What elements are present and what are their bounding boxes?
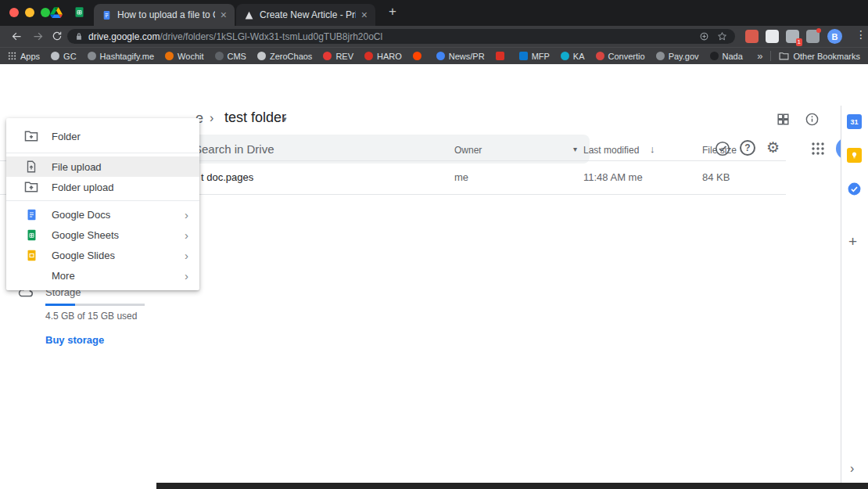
drive-search-bar[interactable]: ▾ (156, 135, 590, 164)
menu-item-more[interactable]: More › (6, 265, 199, 286)
bookmark-item[interactable]: REV (323, 52, 353, 61)
other-bookmarks-button[interactable]: Other Bookmarks (779, 52, 860, 61)
menu-item-label: File upload (52, 161, 188, 173)
settings-gear-icon[interactable]: ⚙ (766, 138, 780, 156)
lock-icon (75, 32, 83, 41)
favicon (656, 52, 665, 60)
help-icon[interactable]: ? (740, 140, 755, 156)
browser-tab[interactable]: Create New Article - Prism × (236, 4, 375, 26)
bookmark-item[interactable]: Hashtagify.me (88, 52, 155, 61)
mail-favicon (496, 52, 504, 60)
grid-view-toggle-icon[interactable] (776, 112, 791, 127)
extension-icon-4[interactable] (806, 30, 820, 43)
bookmark-label: ZeroChaos (270, 52, 312, 61)
breadcrumb-separator-icon: › (210, 111, 213, 125)
bookmark-item[interactable]: Convertio (596, 52, 645, 61)
menu-item-label: Folder (52, 131, 188, 142)
sort-direction-icon[interactable]: ↓ (650, 143, 655, 155)
back-button[interactable] (11, 31, 23, 42)
browser-menu-icon[interactable]: ⋮ (855, 28, 866, 41)
omnibox-action-icon[interactable] (699, 31, 709, 41)
url-path: /drive/folders/1kSLGl-Wdx31-tsmLud0gTUB8… (160, 31, 382, 42)
pinned-tab-sheets-icon[interactable] (74, 6, 85, 18)
menu-item-google-docs[interactable]: Google Docs › (6, 204, 199, 225)
menu-item-file-upload[interactable]: File upload (6, 156, 199, 177)
search-input[interactable] (194, 142, 563, 156)
menu-item-label: Google Slides (52, 250, 172, 261)
bookmark-item[interactable]: Wochit (165, 52, 203, 61)
keep-icon[interactable] (847, 148, 862, 163)
bookmark-item[interactable]: News/PR (436, 52, 485, 61)
bookmark-item[interactable] (496, 52, 508, 60)
bookmark-item[interactable]: Nada (710, 52, 743, 61)
browser-tab-active[interactable]: How to upload a file to Google D × (94, 4, 235, 26)
tab-title: Create New Article - Prism (260, 9, 356, 20)
bookmark-item[interactable]: Pay.gov (656, 52, 699, 61)
workspace-side-panel: 31 + › (841, 106, 868, 483)
screen: How to upload a file to Google D × Creat… (0, 0, 868, 489)
column-header-owner[interactable]: Owner (454, 145, 482, 156)
reload-button[interactable] (52, 31, 63, 41)
menu-item-google-slides[interactable]: Google Slides › (6, 245, 199, 265)
file-owner: me (454, 171, 468, 183)
pinned-tab-drive-icon[interactable] (50, 7, 63, 18)
calendar-icon[interactable]: 31 (847, 114, 862, 129)
search-options-caret-icon[interactable]: ▾ (573, 145, 577, 153)
bookmark-item[interactable]: HARO (364, 52, 402, 61)
bookmark-item[interactable] (413, 52, 425, 60)
column-header-file-size[interactable]: File size (702, 145, 737, 156)
other-bookmarks-label: Other Bookmarks (793, 52, 860, 61)
bookmark-star-icon[interactable] (717, 31, 727, 41)
menu-divider (6, 153, 199, 153)
favicon (519, 52, 528, 60)
file-modified: 11:48 AM me (583, 171, 643, 183)
bookmark-item[interactable]: MFP (519, 52, 550, 61)
bookmark-label: Pay.gov (669, 52, 699, 61)
url-domain: drive.google.com (88, 31, 160, 42)
bookmark-label: Hashtagify.me (100, 52, 155, 61)
window-minimize-button[interactable] (25, 8, 34, 17)
menu-item-folder-upload[interactable]: Folder upload (6, 177, 199, 197)
tab-close-icon[interactable]: × (361, 9, 368, 20)
drive-header: Drive ▾ ? ⚙ B (0, 64, 868, 106)
address-bar[interactable]: drive.google.com/drive/folders/1kSLGl-Wd… (67, 29, 735, 44)
bookmark-item[interactable]: CMS (215, 52, 246, 61)
buy-storage-button[interactable]: Buy storage (45, 334, 104, 346)
forward-button[interactable] (32, 31, 44, 42)
menu-item-google-sheets[interactable]: Google Sheets › (6, 225, 199, 245)
browser-tab-strip: How to upload a file to Google D × Creat… (0, 0, 868, 26)
side-panel-expand-icon[interactable]: › (850, 462, 854, 476)
browser-profile-avatar[interactable]: B (827, 29, 842, 44)
add-addon-button[interactable]: + (848, 233, 857, 250)
submenu-chevron-icon: › (185, 228, 188, 242)
submenu-chevron-icon: › (185, 249, 188, 262)
new-tab-button[interactable]: + (389, 4, 396, 20)
bookmark-item[interactable]: KA (561, 52, 585, 61)
extension-icon-2[interactable] (766, 30, 779, 43)
tab-close-icon[interactable]: × (221, 9, 227, 20)
bookmark-item[interactable]: ZeroChaos (257, 52, 312, 61)
bookmarks-overflow-chevron[interactable]: » (757, 50, 762, 62)
extension-icon-1[interactable] (745, 30, 759, 43)
breadcrumb-menu-caret-icon[interactable]: ▾ (282, 114, 287, 124)
favicon (596, 52, 604, 60)
favicon (436, 52, 445, 60)
column-header-last-modified[interactable]: Last modified (583, 145, 639, 156)
favicon (165, 52, 174, 60)
bookmark-label: Apps (20, 52, 40, 61)
window-close-button[interactable] (9, 8, 19, 17)
menu-item-label: Google Docs (52, 209, 172, 221)
new-folder-icon (23, 128, 39, 144)
info-panel-icon[interactable] (805, 112, 820, 127)
google-slides-icon (23, 249, 39, 262)
submenu-chevron-icon: › (185, 208, 188, 221)
bookmark-label: Convertio (608, 52, 645, 61)
bookmark-item-apps[interactable]: Apps (8, 52, 40, 61)
extension-icon-3[interactable]: 1 (786, 30, 799, 43)
breadcrumb-current-folder[interactable]: test folder (224, 110, 286, 126)
menu-item-folder[interactable]: Folder (6, 123, 199, 149)
window-zoom-button[interactable] (41, 8, 50, 17)
google-apps-grid-icon[interactable] (811, 142, 825, 156)
bookmark-item[interactable]: GC (51, 52, 77, 61)
tasks-icon[interactable] (847, 182, 862, 196)
